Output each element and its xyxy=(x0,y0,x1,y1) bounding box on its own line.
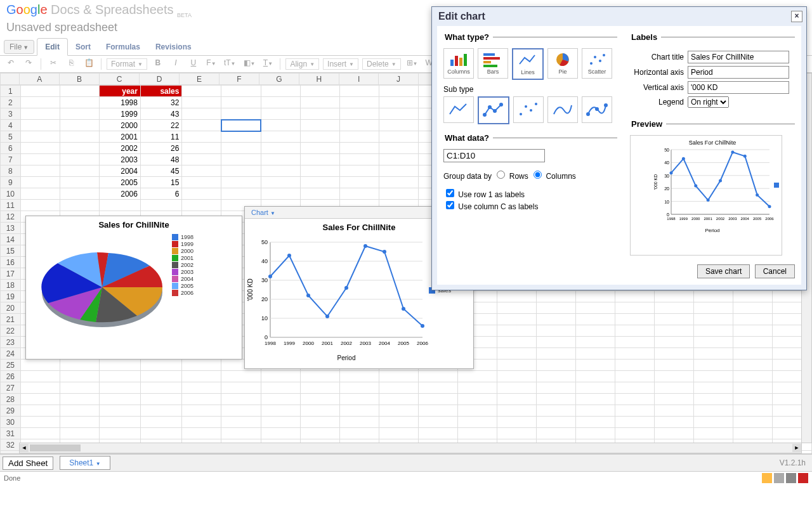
cell[interactable] xyxy=(182,382,221,394)
cell[interactable] xyxy=(497,302,536,314)
cell[interactable] xyxy=(693,371,733,382)
cell[interactable] xyxy=(182,154,221,165)
cell[interactable] xyxy=(693,337,733,348)
haxis-input[interactable] xyxy=(688,66,789,79)
cell[interactable] xyxy=(379,417,418,428)
cell[interactable] xyxy=(536,314,575,325)
copy-icon[interactable]: ⎘ xyxy=(64,58,78,70)
cell[interactable] xyxy=(221,394,261,405)
cell[interactable] xyxy=(536,382,575,394)
cell[interactable] xyxy=(261,154,300,165)
cell[interactable] xyxy=(261,86,300,97)
cell[interactable]: 11 xyxy=(140,131,182,143)
cell[interactable] xyxy=(733,337,772,348)
cell[interactable] xyxy=(339,120,379,131)
cell[interactable] xyxy=(60,371,99,382)
cell[interactable] xyxy=(615,428,654,439)
cell[interactable] xyxy=(221,143,261,154)
cell[interactable] xyxy=(300,108,339,120)
chart-type-columns[interactable]: Columns xyxy=(443,48,474,79)
cell[interactable] xyxy=(261,108,300,120)
cell[interactable]: 26 xyxy=(140,143,182,154)
pie-chart-widget[interactable]: Sales for ChillNite 19981999200020012002… xyxy=(25,216,242,360)
cell[interactable] xyxy=(339,405,379,417)
cell[interactable] xyxy=(300,165,339,177)
cell[interactable] xyxy=(379,428,418,439)
cell[interactable]: 43 xyxy=(140,108,182,120)
cell[interactable]: 2006 xyxy=(99,188,140,200)
cell[interactable] xyxy=(536,394,575,405)
cell[interactable] xyxy=(60,143,99,154)
cell[interactable] xyxy=(497,405,536,417)
cell[interactable] xyxy=(379,188,418,200)
cell[interactable]: 22 xyxy=(140,120,182,131)
cell[interactable] xyxy=(536,360,575,371)
status-icon-abp[interactable] xyxy=(798,473,808,483)
cell[interactable] xyxy=(536,337,575,348)
cell[interactable] xyxy=(379,108,418,120)
cell[interactable]: 2002 xyxy=(99,143,140,154)
cell[interactable] xyxy=(221,131,261,143)
cell[interactable] xyxy=(60,86,99,97)
cell[interactable] xyxy=(261,131,300,143)
cell[interactable] xyxy=(60,405,99,417)
cell[interactable] xyxy=(693,428,733,439)
subtype-0[interactable] xyxy=(443,96,474,123)
cell[interactable] xyxy=(457,428,497,439)
cell[interactable] xyxy=(20,360,60,371)
cell[interactable] xyxy=(300,188,339,200)
cell[interactable] xyxy=(182,428,221,439)
cell[interactable] xyxy=(261,405,300,417)
subtype-3[interactable] xyxy=(547,96,578,123)
cell[interactable] xyxy=(497,417,536,428)
cell[interactable] xyxy=(497,394,536,405)
cell[interactable] xyxy=(182,360,221,371)
cell[interactable] xyxy=(575,325,615,337)
cell[interactable] xyxy=(654,302,693,314)
cell[interactable] xyxy=(575,394,615,405)
data-range-input[interactable] xyxy=(443,149,545,162)
cell[interactable] xyxy=(182,97,221,108)
cell[interactable] xyxy=(20,108,60,120)
cell[interactable] xyxy=(60,360,99,371)
cell[interactable] xyxy=(261,165,300,177)
cell[interactable] xyxy=(693,314,733,325)
cell[interactable] xyxy=(693,348,733,360)
cell[interactable] xyxy=(300,177,339,188)
cell[interactable] xyxy=(261,143,300,154)
cell[interactable] xyxy=(140,360,182,371)
cell[interactable] xyxy=(379,382,418,394)
cell[interactable] xyxy=(182,86,221,97)
cell[interactable] xyxy=(20,143,60,154)
cell[interactable] xyxy=(60,428,99,439)
font-icon[interactable]: F▼ xyxy=(204,58,218,70)
cell[interactable]: 2004 xyxy=(99,165,140,177)
cell[interactable] xyxy=(221,97,261,108)
cell[interactable] xyxy=(733,382,772,394)
cell[interactable] xyxy=(221,428,261,439)
cell[interactable] xyxy=(654,337,693,348)
cell[interactable] xyxy=(733,314,772,325)
chart-type-scatter[interactable]: Scatter xyxy=(582,48,612,79)
cell[interactable] xyxy=(221,382,261,394)
cell[interactable] xyxy=(339,428,379,439)
cell[interactable] xyxy=(20,371,60,382)
cell[interactable] xyxy=(536,417,575,428)
cell[interactable] xyxy=(60,417,99,428)
cancel-button[interactable]: Cancel xyxy=(755,264,795,278)
cell[interactable] xyxy=(497,371,536,382)
cell[interactable] xyxy=(221,405,261,417)
cell[interactable] xyxy=(140,417,182,428)
bold-icon[interactable]: B xyxy=(151,58,165,70)
cell[interactable]: 48 xyxy=(140,154,182,165)
cell[interactable] xyxy=(379,177,418,188)
cell[interactable] xyxy=(20,405,60,417)
cell[interactable] xyxy=(182,108,221,120)
cell[interactable] xyxy=(300,120,339,131)
cell[interactable] xyxy=(20,428,60,439)
cell[interactable] xyxy=(654,417,693,428)
subtype-1[interactable] xyxy=(478,96,509,124)
cell[interactable]: 1998 xyxy=(99,97,140,108)
cell[interactable] xyxy=(261,120,300,131)
cell[interactable] xyxy=(575,428,615,439)
